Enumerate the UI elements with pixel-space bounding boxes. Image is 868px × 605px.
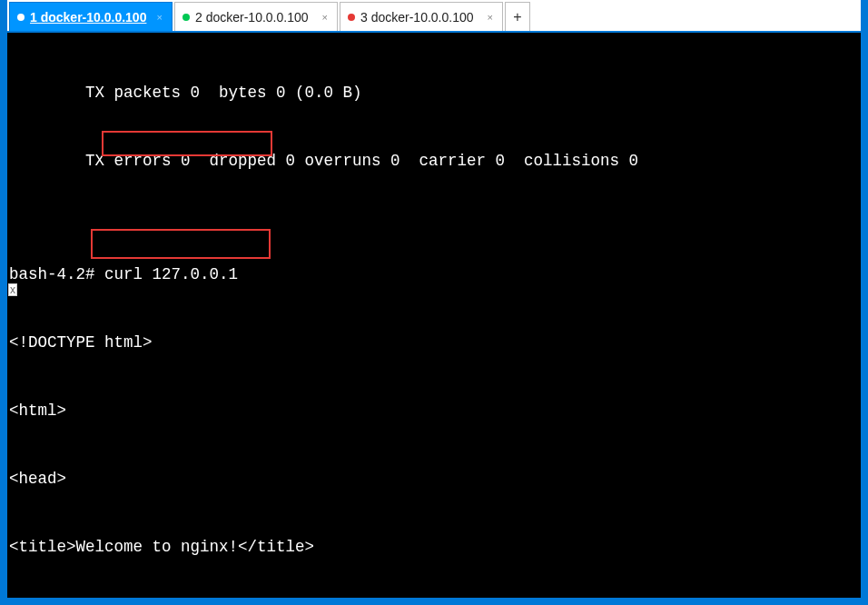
tab-label: 2 docker-10.0.0.100: [195, 10, 309, 25]
plus-icon: +: [513, 9, 521, 25]
close-icon[interactable]: ×: [155, 12, 164, 23]
tab-bar: 1 docker-10.0.0.100 × 2 docker-10.0.0.10…: [7, 0, 861, 33]
new-tab-button[interactable]: +: [505, 2, 530, 31]
terminal-line: <title>Welcome to nginx!</title>: [9, 536, 859, 559]
terminal-output[interactable]: TX packets 0 bytes 0 (0.0 B) TX errors 0…: [7, 33, 861, 598]
tab-label: 3 docker-10.0.0.100: [360, 10, 474, 25]
tab-3[interactable]: 3 docker-10.0.0.100 ×: [340, 2, 503, 31]
stray-x-icon: x: [8, 283, 17, 296]
terminal-line: bash-4.2# curl 127.0.0.1: [9, 263, 859, 286]
tab-label: 1 docker-10.0.0.100: [30, 10, 146, 25]
status-dot-icon: [17, 14, 25, 21]
terminal-line: <html>: [9, 400, 859, 422]
tab-1[interactable]: 1 docker-10.0.0.100 ×: [9, 2, 173, 31]
status-dot-icon: [182, 14, 190, 21]
terminal-line: <head>: [9, 468, 859, 491]
terminal-line: <!DOCTYPE html>: [9, 332, 859, 354]
status-dot-icon: [348, 14, 355, 21]
close-icon[interactable]: ×: [486, 12, 495, 23]
terminal-line: TX packets 0 bytes 0 (0.0 B): [9, 82, 859, 104]
close-icon[interactable]: ×: [321, 12, 330, 23]
highlight-box-title: [91, 229, 271, 259]
tab-2[interactable]: 2 docker-10.0.0.100 ×: [174, 2, 338, 31]
terminal-line: TX errors 0 dropped 0 overruns 0 carrier…: [9, 150, 859, 173]
